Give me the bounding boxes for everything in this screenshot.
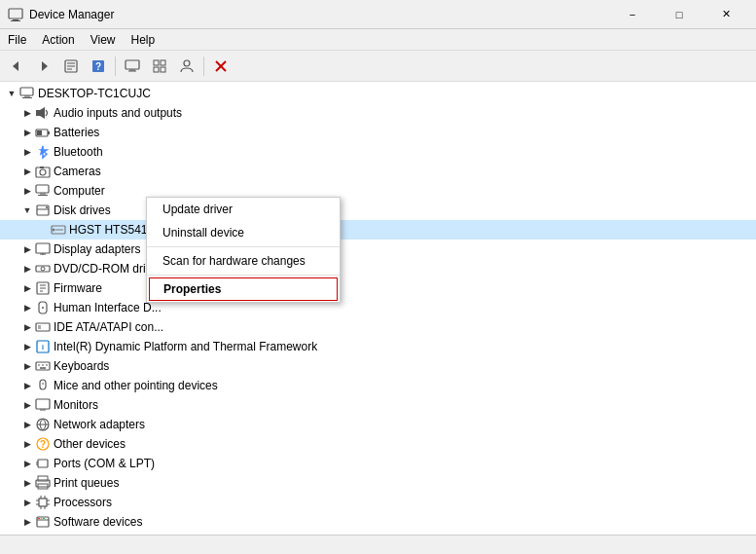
svg-point-87 [38, 518, 40, 520]
expand-icon: ▶ [19, 280, 35, 296]
tree-item-label: Intel(R) Dynamic Platform and Thermal Fr… [54, 340, 317, 353]
svg-marker-3 [13, 61, 18, 71]
close-button[interactable]: ✕ [703, 0, 748, 29]
svg-rect-2 [11, 20, 20, 21]
tree-item[interactable]: ▶Firmware [0, 278, 756, 298]
user-button[interactable] [174, 54, 199, 79]
main-area: ▼ DESKTOP-TC1CUJC ▶Audio inputs and outp… [0, 82, 756, 535]
tree-item[interactable]: ▶iIntel(R) Dynamic Platform and Thermal … [0, 337, 756, 356]
sound-icon [35, 534, 51, 535]
title-bar-left: Device Manager [8, 7, 114, 22]
svg-marker-25 [40, 107, 45, 119]
tree-item[interactable]: ▶Computer [0, 181, 756, 201]
tree-item[interactable]: HGST HTS5410... [0, 220, 756, 240]
processor-icon [35, 495, 51, 510]
back-button[interactable] [4, 54, 29, 79]
context-menu-properties[interactable]: Properties [149, 277, 338, 301]
svg-rect-31 [40, 166, 44, 168]
tree-item[interactable]: ▶Processors [0, 493, 756, 512]
expand-icon: ▶ [19, 417, 35, 432]
tree-item[interactable]: ▶Monitors [0, 395, 756, 415]
context-menu: Update driver Uninstall device Scan for … [146, 197, 341, 303]
tree-area[interactable]: ▼ DESKTOP-TC1CUJC ▶Audio inputs and outp… [0, 82, 756, 535]
svg-rect-52 [36, 323, 50, 331]
tree-item-label: Audio inputs and outputs [54, 106, 182, 120]
context-menu-update-driver[interactable]: Update driver [147, 198, 340, 221]
tree-item[interactable]: ▶Mice and other pointing devices [0, 376, 756, 395]
tree-item[interactable]: ▶Print queues [0, 473, 756, 493]
expand-icon: ▶ [19, 164, 35, 179]
audio-icon [35, 105, 51, 121]
context-menu-scan-hardware[interactable]: Scan for hardware changes [147, 249, 340, 273]
tree-item[interactable]: ▶Network adapters [0, 415, 756, 434]
svg-point-88 [41, 518, 43, 520]
svg-rect-70 [38, 460, 48, 467]
tree-item[interactable]: ▶DVD/CD-ROM driv... [0, 259, 756, 278]
tree-item[interactable]: ▶Human Interface D... [0, 298, 756, 317]
tree-item-label: Computer [54, 184, 105, 198]
tree-item[interactable]: ▶Sound, video and game controllers [0, 532, 756, 535]
svg-point-45 [41, 267, 45, 271]
expand-icon: ▶ [19, 183, 35, 199]
tree-item[interactable]: ▶Bluetooth [0, 142, 756, 162]
expand-icon: ▼ [19, 203, 35, 218]
tree-item[interactable]: ▶Ports (COM & LPT) [0, 454, 756, 473]
svg-rect-64 [36, 399, 50, 409]
forward-button[interactable] [31, 54, 56, 79]
status-bar [0, 535, 756, 554]
svg-point-89 [43, 518, 45, 520]
toolbar-separator-2 [203, 56, 204, 76]
tree-item[interactable]: ▶Audio inputs and outputs [0, 103, 756, 123]
firmware-icon [35, 280, 51, 296]
tree-item[interactable]: ▼Disk drives [0, 201, 756, 220]
expand-icon: ▶ [19, 475, 35, 491]
context-menu-uninstall-device[interactable]: Uninstall device [147, 221, 340, 244]
svg-rect-28 [37, 130, 42, 135]
help-button[interactable]: ? [86, 54, 111, 79]
tree-item[interactable]: ▶Software devices [0, 512, 756, 532]
menu-view[interactable]: View [83, 31, 124, 49]
minimize-button[interactable]: − [610, 0, 655, 29]
intel-icon: i [35, 339, 51, 354]
expand-icon: ▶ [19, 436, 35, 452]
print-icon [35, 475, 51, 491]
title-bar: Device Manager − □ ✕ [0, 0, 756, 29]
tree-item[interactable]: ▶Keyboards [0, 356, 756, 376]
expand-icon: ▶ [19, 339, 35, 354]
svg-rect-14 [154, 60, 159, 65]
battery-icon [35, 125, 51, 140]
dvd-icon [35, 261, 51, 277]
expand-icon: ▶ [19, 125, 35, 140]
tree-item-label: Keyboards [54, 359, 109, 373]
tree-item-label: Mice and other pointing devices [54, 379, 218, 392]
menu-action[interactable]: Action [34, 31, 82, 49]
tree-item[interactable]: ▶Cameras [0, 162, 756, 181]
tree-item[interactable]: ▶IDE ATA/ATAPI con... [0, 317, 756, 337]
tree-item-label: Other devices [54, 437, 126, 451]
tree-item[interactable]: ▶Batteries [0, 123, 756, 142]
camera-icon [35, 164, 51, 179]
display-icon [35, 241, 51, 257]
help-icon: ? [90, 58, 106, 74]
tree-root[interactable]: ▼ DESKTOP-TC1CUJC [0, 84, 756, 103]
menu-help[interactable]: Help [124, 31, 163, 49]
expand-icon: ▶ [19, 514, 35, 530]
computer-button[interactable] [120, 54, 145, 79]
uninstall-button[interactable] [208, 54, 234, 79]
tree-item-label: Network adapters [54, 418, 145, 431]
title-bar-title: Device Manager [29, 8, 114, 21]
tree-item[interactable]: ▶?Other devices [0, 434, 756, 454]
maximize-button[interactable]: □ [657, 0, 702, 29]
ports-icon [35, 456, 51, 471]
tree-item-label: Batteries [54, 126, 99, 139]
expand-button[interactable] [147, 54, 172, 79]
forward-icon [36, 58, 52, 74]
context-menu-separator [147, 246, 340, 247]
expand-icon [35, 222, 51, 238]
tree-item[interactable]: ▶Display adapters [0, 240, 756, 259]
properties-toolbar-button[interactable] [58, 54, 84, 79]
expand-icon [152, 58, 167, 74]
expand-icon: ▶ [19, 378, 35, 393]
root-expand-icon: ▼ [4, 86, 19, 101]
menu-file[interactable]: File [0, 31, 34, 49]
